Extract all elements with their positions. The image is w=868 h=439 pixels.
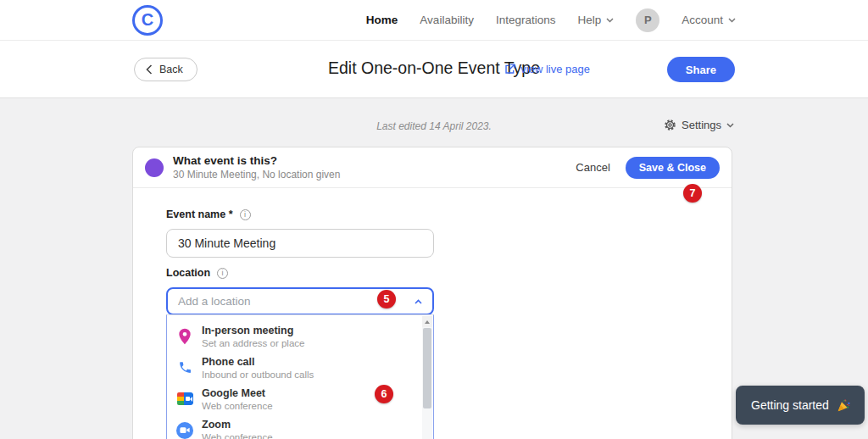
event-name-label: Event name * i <box>166 208 251 220</box>
external-link-icon <box>504 64 515 75</box>
event-name-label-text: Event name * <box>166 208 233 220</box>
event-name-input[interactable] <box>166 229 434 258</box>
google-meet-icon <box>175 390 194 408</box>
page-header: Back Edit One-on-One Event Type view liv… <box>0 41 868 98</box>
option-name: In-person meeting <box>202 325 304 336</box>
list-scrollbar[interactable] <box>422 316 432 439</box>
getting-started-button[interactable]: Getting started <box>736 386 865 425</box>
scrollbar-thumb[interactable] <box>423 328 431 408</box>
info-icon[interactable]: i <box>240 209 251 220</box>
chevron-down-icon <box>728 18 736 23</box>
location-label: Location i <box>166 267 228 279</box>
annotation-badge-7: 7 <box>683 184 702 203</box>
view-live-page-link[interactable]: view live page <box>504 63 590 75</box>
location-pin-icon <box>175 327 194 346</box>
option-in-person-meeting[interactable]: In-person meeting Set an address or plac… <box>167 320 433 352</box>
option-desc: Inbound or outbound calls <box>202 370 314 380</box>
card-header[interactable]: What event is this? 30 Minute Meeting, N… <box>133 147 732 188</box>
zoom-icon <box>175 421 194 439</box>
help-label: Help <box>577 14 601 26</box>
nav-item-home[interactable]: Home <box>366 14 398 26</box>
top-nav: C Home Availability Integrations Help P … <box>0 0 868 41</box>
last-edited-text: Last edited 14 April 2023. <box>0 120 868 132</box>
annotation-badge-5: 5 <box>377 290 396 308</box>
info-icon[interactable]: i <box>217 268 228 279</box>
scroll-up-arrow-icon[interactable] <box>422 316 432 327</box>
option-desc: Set an address or place <box>202 338 304 348</box>
option-name: Phone call <box>202 356 314 368</box>
section-title: What event is this? <box>173 154 340 167</box>
share-button[interactable]: Share <box>667 57 735 82</box>
gear-icon <box>664 119 676 131</box>
settings-menu[interactable]: Settings <box>664 119 734 131</box>
party-popper-icon <box>837 398 851 413</box>
settings-label: Settings <box>682 119 721 131</box>
option-google-meet[interactable]: Google Meet Web conference <box>167 383 433 414</box>
save-close-button[interactable]: Save & Close <box>626 157 720 179</box>
location-placeholder: Add a location <box>178 295 251 308</box>
nav-item-help[interactable]: Help <box>577 14 614 26</box>
section-subtitle: 30 Minute Meeting, No location given <box>173 169 340 181</box>
event-edit-card: What event is this? 30 Minute Meeting, N… <box>132 147 732 439</box>
nav-item-integrations[interactable]: Integrations <box>496 14 556 26</box>
chevron-down-icon <box>726 123 734 128</box>
page-title: Edit One-on-One Event Type <box>0 58 868 78</box>
app-window: C Home Availability Integrations Help P … <box>0 0 868 439</box>
event-color-dot-icon <box>145 158 164 177</box>
chevron-down-icon <box>606 18 614 23</box>
avatar[interactable]: P <box>636 8 659 32</box>
phone-icon <box>175 358 194 377</box>
nav-item-availability[interactable]: Availability <box>420 14 474 26</box>
option-name: Google Meet <box>202 387 273 399</box>
location-label-text: Location <box>166 267 210 279</box>
option-name: Zoom <box>202 419 273 431</box>
view-live-label: view live page <box>520 63 590 75</box>
option-zoom[interactable]: Zoom Web conference <box>167 414 433 439</box>
chevron-up-icon <box>415 299 422 304</box>
location-options-list: In-person meeting Set an address or plac… <box>166 314 434 439</box>
account-label: Account <box>682 14 723 26</box>
annotation-badge-6: 6 <box>375 385 393 403</box>
nav-item-account[interactable]: Account <box>682 14 736 26</box>
option-desc: Web conference <box>202 401 273 411</box>
option-desc: Web conference <box>202 432 273 439</box>
getting-started-label: Getting started <box>751 398 829 412</box>
cancel-button[interactable]: Cancel <box>576 161 609 174</box>
option-phone-call[interactable]: Phone call Inbound or outbound calls <box>167 352 433 383</box>
calendly-logo-icon[interactable]: C <box>132 5 163 36</box>
